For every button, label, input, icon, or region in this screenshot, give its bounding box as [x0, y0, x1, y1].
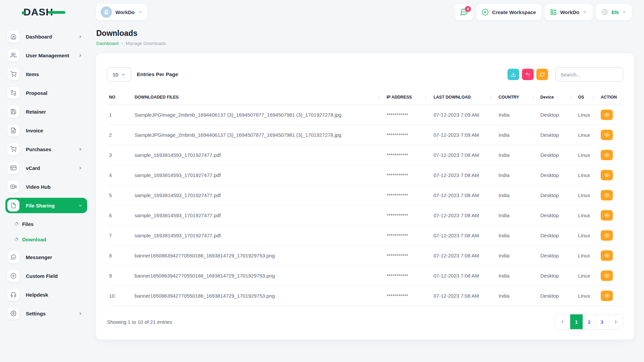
- sidebar-item-user-management[interactable]: User Management: [5, 48, 87, 63]
- sidebar-subitem-download[interactable]: Download: [5, 232, 87, 247]
- sidebar-item-label: User Management: [26, 53, 69, 58]
- view-button[interactable]: [601, 150, 613, 160]
- sidebar-item-label: Proposal: [26, 90, 47, 96]
- cell-device: Desktop: [537, 286, 575, 306]
- sidebar-item-custom-field[interactable]: Custom Field: [5, 268, 87, 284]
- pagination: 1 2 3: [555, 314, 623, 329]
- view-button[interactable]: [601, 291, 613, 301]
- sidebar-item-label: vCard: [26, 165, 40, 171]
- pagination-page-2[interactable]: 2: [583, 314, 595, 329]
- eye-icon: [604, 293, 609, 298]
- bullet-dot-icon: [14, 222, 18, 226]
- sidebar-item-messenger[interactable]: Messenger: [5, 249, 87, 265]
- video-camera-icon: [7, 181, 19, 193]
- sidebar-item-label: Messenger: [26, 254, 52, 260]
- cell-last-download: 07-12-2023 7:09 AM: [430, 105, 495, 125]
- pagination-prev-button[interactable]: [555, 314, 570, 329]
- home-icon: [7, 31, 19, 43]
- chevron-down-icon: [583, 10, 587, 14]
- view-button[interactable]: [601, 130, 613, 140]
- table-footer: Showing 1 to 10 of 21 entries 1 2 3: [107, 314, 623, 329]
- export-button[interactable]: [507, 69, 519, 80]
- view-button[interactable]: [601, 110, 613, 120]
- eye-icon: [604, 153, 609, 158]
- sidebar-item-retainer[interactable]: Retainer: [5, 104, 87, 119]
- workspace-switcher[interactable]: WorkDo: [96, 4, 147, 20]
- cell-last-download: 07-12-2023 7:08 AM: [430, 246, 495, 266]
- sidebar-item-vcard[interactable]: vCard: [5, 160, 87, 176]
- entries-per-page-select[interactable]: 10: [107, 67, 131, 81]
- cell-last-download: 07-12-2023 7:08 AM: [430, 286, 495, 306]
- column-header-os[interactable]: OS↑↓: [575, 91, 597, 105]
- logo-dot: [22, 11, 25, 14]
- undo-button[interactable]: [522, 69, 534, 80]
- bullet-dot-icon: [14, 238, 18, 241]
- create-workspace-button[interactable]: Create Workspace: [476, 4, 541, 20]
- column-header-country[interactable]: COUNTRY↑↓: [495, 91, 537, 105]
- language-selector[interactable]: EN: [596, 4, 632, 20]
- breadcrumb-separator-icon: ›: [121, 41, 123, 46]
- table-row: 2 SampleJPGImage_2mbmb_1694406137 (3)_16…: [107, 125, 623, 145]
- grid-plus-icon: [550, 9, 557, 15]
- sidebar-item-proposal[interactable]: Proposal: [5, 85, 87, 101]
- breadcrumb-dashboard-link[interactable]: Dashboard: [96, 41, 118, 46]
- sidebar-item-file-sharing[interactable]: File Sharing: [5, 198, 87, 213]
- view-button[interactable]: [601, 210, 613, 221]
- main-content: Downloads Dashboard › Manage Downloads 1…: [87, 24, 644, 340]
- sort-icon: ↑↓: [532, 96, 534, 99]
- refresh-button[interactable]: [536, 69, 548, 80]
- cell-last-download: 07-12-2023 7:09 AM: [430, 125, 495, 145]
- workflow-icon: [7, 87, 19, 99]
- sidebar-item-dashboard[interactable]: Dashboard: [5, 29, 87, 44]
- sidebar-item-label: Invoice: [26, 128, 43, 133]
- view-button[interactable]: [601, 270, 613, 281]
- refresh-icon: [540, 72, 545, 77]
- cell-country: India: [495, 246, 537, 266]
- cell-no: 2: [107, 125, 131, 145]
- brand-logo[interactable]: DASH: [22, 6, 65, 18]
- table-row: 10 banner1650863942770550186_1693814729_…: [107, 286, 623, 306]
- view-button[interactable]: [601, 190, 613, 200]
- sidebar-subitem-files[interactable]: Files: [5, 217, 87, 231]
- cell-country: India: [495, 125, 537, 145]
- sidebar-item-items[interactable]: Items: [5, 66, 87, 82]
- view-button[interactable]: [601, 230, 613, 241]
- view-button[interactable]: [601, 250, 613, 261]
- search-input[interactable]: [555, 67, 623, 81]
- table-row: 9 banner1650863942770550186_1693814729_1…: [107, 266, 623, 286]
- sidebar-item-label: Custom Field: [26, 273, 58, 279]
- cell-file: banner1650863942770550186_1693814729_170…: [131, 246, 383, 266]
- eye-icon: [604, 213, 609, 218]
- sidebar-item-invoice[interactable]: Invoice: [5, 123, 87, 138]
- pagination-page-1[interactable]: 1: [570, 314, 583, 329]
- table-row: 1 SampleJPGImage_2mbmb_1694406137 (3)_16…: [107, 105, 623, 125]
- save-icon: [7, 106, 19, 118]
- file-text-icon: [7, 124, 19, 136]
- view-button[interactable]: [601, 170, 613, 180]
- cell-ip: ***********: [383, 105, 430, 125]
- pagination-next-button[interactable]: [608, 314, 623, 329]
- sidebar-item-label: Settings: [26, 311, 46, 316]
- globe-icon: [601, 9, 608, 15]
- cell-os: Linux: [575, 105, 597, 125]
- workspace-menu-button[interactable]: WorkDo: [545, 4, 593, 20]
- column-header-last-download[interactable]: LAST DOWNLOAD↑↓: [430, 91, 495, 105]
- sidebar-item-settings[interactable]: Settings: [5, 306, 87, 321]
- sidebar-item-helpdesk[interactable]: Helpdesk: [5, 287, 87, 302]
- sidebar-item-label: Dashboard: [26, 34, 52, 40]
- sidebar-item-purchases[interactable]: Purchases: [5, 141, 87, 157]
- cell-file: banner1650863942770550186_1693814729_170…: [131, 286, 383, 306]
- toolbar-actions: [507, 67, 623, 81]
- pagination-page-3[interactable]: 3: [595, 314, 608, 329]
- cell-last-download: 07-12-2023 7:08 AM: [430, 226, 495, 246]
- cell-last-download: 07-12-2023 7:08 AM: [430, 145, 495, 165]
- messages-button[interactable]: 0: [455, 4, 473, 20]
- cell-file: banner1650863942770550186_1693814729_170…: [131, 266, 383, 286]
- column-header-device[interactable]: Device↑↓: [537, 91, 575, 105]
- sidebar-item-video-hub[interactable]: Video Hub: [5, 179, 87, 194]
- cell-country: India: [495, 165, 537, 185]
- column-header-downloaded-files[interactable]: DOWNLOADED FILES↑↓: [131, 91, 383, 105]
- cell-file: sample_1693814593_1701927477.pdf: [131, 226, 383, 246]
- topbar: DASH WorkDo 0 Create Work: [0, 0, 644, 24]
- column-header-ip-address[interactable]: IP ADDRESS↑↓: [383, 91, 430, 105]
